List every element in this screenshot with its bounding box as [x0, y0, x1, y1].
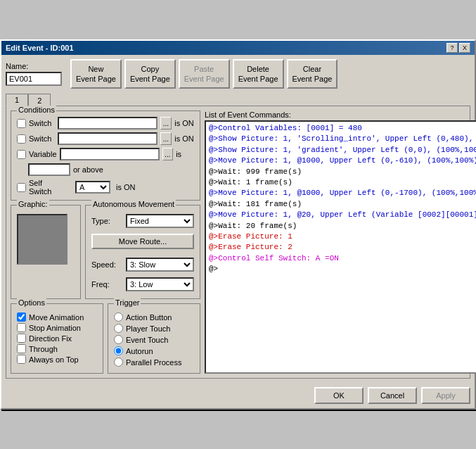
switch1-checkbox[interactable] — [17, 119, 26, 128]
variable-input[interactable] — [60, 148, 160, 160]
stop-animation-checkbox[interactable] — [17, 323, 26, 332]
clear-page-button[interactable]: ClearEvent Page — [287, 59, 338, 89]
self-switch-select[interactable]: A B C D — [75, 181, 110, 194]
switch2-input[interactable] — [58, 132, 157, 145]
close-button[interactable]: X — [459, 43, 470, 53]
top-bar: Name: NewEvent Page CopyEvent Page Paste… — [6, 59, 470, 89]
event-line: @>Erase Picture: 2 — [209, 242, 476, 253]
parallel-process-label: Parallel Process — [126, 358, 181, 367]
option-direction-fix: Direction Fix — [17, 334, 97, 343]
event-line: @>Show Picture: 1, 'gradient', Upper Lef… — [209, 145, 476, 156]
copy-page-button[interactable]: CopyEvent Page — [124, 59, 176, 89]
new-page-button[interactable]: NewEvent Page — [70, 59, 122, 89]
switch2-status: is ON — [174, 134, 194, 143]
bottom-buttons: OK Cancel Apply — [1, 383, 475, 408]
or-above-input[interactable] — [28, 163, 70, 176]
freq-label: Freq: — [91, 280, 123, 289]
bottom-left-area: Graphic: Autonomous Movement Type: Fixed… — [11, 205, 200, 299]
name-section: Name: — [6, 62, 62, 86]
content-area: Name: NewEvent Page CopyEvent Page Paste… — [1, 55, 475, 383]
graphic-group: Graphic: — [11, 205, 81, 299]
trigger-event-touch: Event Touch — [114, 335, 194, 344]
condition-variable-row: Variable ... is — [17, 148, 194, 160]
option-move-animation: Move Animation — [17, 312, 97, 322]
switch2-checkbox[interactable] — [17, 134, 26, 144]
graphic-title: Graphic: — [17, 200, 49, 208]
switch1-input[interactable] — [58, 117, 157, 129]
right-panel: List of Event Commands: @>Control Variab… — [205, 110, 476, 374]
self-switch-label: SelfSwitch — [29, 179, 72, 196]
option-through: Through — [17, 344, 97, 353]
switch2-dots-button[interactable]: ... — [160, 132, 172, 145]
speed-select[interactable]: 1: x8 Slower 2: x4 Slower 3: Slow 4: Nor… — [126, 258, 194, 272]
switch2-label: Switch — [29, 134, 55, 143]
autorun-label: Autorun — [126, 347, 153, 355]
parallel-process-radio[interactable] — [114, 358, 123, 367]
conditions-title: Conditions — [17, 106, 56, 114]
self-switch-row: SelfSwitch A B C D is ON — [17, 179, 194, 196]
event-line: @>Move Picture: 1, @20, Upper Left (Vari… — [209, 210, 476, 220]
event-line: @>Erase Picture: 1 — [209, 232, 476, 242]
trigger-parallel-process: Parallel Process — [114, 358, 194, 367]
autonomous-title: Autonomous Movement — [91, 200, 176, 208]
autonomous-movement-group: Autonomous Movement Type: Fixed Random A… — [85, 205, 200, 299]
type-label: Type: — [91, 217, 123, 225]
delete-page-button[interactable]: DeleteEvent Page — [233, 59, 284, 89]
title-bar: Edit Event - ID:001 ? X — [1, 41, 475, 55]
option-always-on-top: Always on Top — [17, 355, 97, 364]
event-line: @>Move Picture: 1, @1000, Upper Left (0,… — [209, 156, 476, 166]
condition-switch-2-row: Switch ... is ON — [17, 132, 194, 145]
tab-2[interactable]: 2 — [28, 94, 51, 106]
freq-select[interactable]: 1: Lowest 2: Lower 3: Low 4: Normal 5: H… — [126, 277, 194, 291]
tab-1[interactable]: 1 — [6, 94, 28, 106]
event-line: @>Control Self Switch: A =ON — [209, 253, 476, 264]
event-line: @>Control Variables: [0001] = 480 — [209, 123, 476, 134]
or-above-row: or above — [17, 163, 194, 176]
options-trigger-area: Options Move Animation Stop Animation Di… — [11, 303, 200, 374]
always-on-top-label: Always on Top — [29, 355, 79, 364]
name-input[interactable] — [6, 72, 62, 86]
option-stop-animation: Stop Animation — [17, 323, 97, 332]
variable-checkbox[interactable] — [17, 150, 26, 159]
ok-button[interactable]: OK — [314, 387, 364, 404]
graphic-preview[interactable] — [17, 214, 67, 265]
event-touch-label: Event Touch — [126, 336, 168, 344]
condition-switch-1-row: Switch ... is ON — [17, 117, 194, 129]
stop-animation-label: Stop Animation — [29, 324, 81, 332]
main-area: Conditions Switch ... is ON Switch — [6, 106, 470, 379]
action-button-radio[interactable] — [114, 312, 123, 322]
through-checkbox[interactable] — [17, 344, 26, 353]
self-switch-checkbox[interactable] — [17, 183, 26, 192]
event-touch-radio[interactable] — [114, 335, 123, 344]
trigger-group: Trigger Action Button Player Touch Event… — [108, 303, 200, 374]
variable-dots-button[interactable]: ... — [162, 148, 174, 160]
freq-row: Freq: 1: Lowest 2: Lower 3: Low 4: Norma… — [91, 277, 194, 291]
paste-page-button[interactable]: PasteEvent Page — [179, 59, 230, 89]
variable-status: is — [176, 150, 194, 158]
event-line: @> — [209, 264, 476, 274]
event-line: @>Wait: 20 frame(s) — [209, 221, 476, 232]
event-line: @>Wait: 1 frame(s) — [209, 177, 476, 188]
name-label: Name: — [6, 62, 62, 70]
title-bar-controls: ? X — [446, 43, 470, 53]
options-title: Options — [17, 298, 46, 307]
switch1-label: Switch — [29, 119, 55, 127]
type-select[interactable]: Fixed Random Approach Custom — [126, 214, 194, 228]
trigger-action-button: Action Button — [114, 312, 194, 322]
help-button[interactable]: ? — [446, 43, 458, 53]
autorun-radio[interactable] — [114, 346, 123, 355]
event-list[interactable]: @>Control Variables: [0001] = 480@>Show … — [205, 120, 476, 374]
action-button-label: Action Button — [126, 313, 172, 322]
direction-fix-checkbox[interactable] — [17, 334, 26, 343]
switch1-dots-button[interactable]: ... — [160, 117, 172, 129]
event-line: @>Show Picture: 1, 'Scrolling_intro', Up… — [209, 134, 476, 144]
move-route-button[interactable]: Move Route... — [91, 234, 194, 249]
apply-button[interactable]: Apply — [421, 387, 470, 404]
trigger-player-touch: Player Touch — [114, 324, 194, 333]
move-animation-checkbox[interactable] — [17, 312, 26, 322]
event-line: @>Wait: 999 frame(s) — [209, 167, 476, 177]
options-group: Options Move Animation Stop Animation Di… — [11, 303, 103, 374]
cancel-button[interactable]: Cancel — [368, 387, 417, 404]
always-on-top-checkbox[interactable] — [17, 355, 26, 364]
player-touch-radio[interactable] — [114, 324, 123, 333]
